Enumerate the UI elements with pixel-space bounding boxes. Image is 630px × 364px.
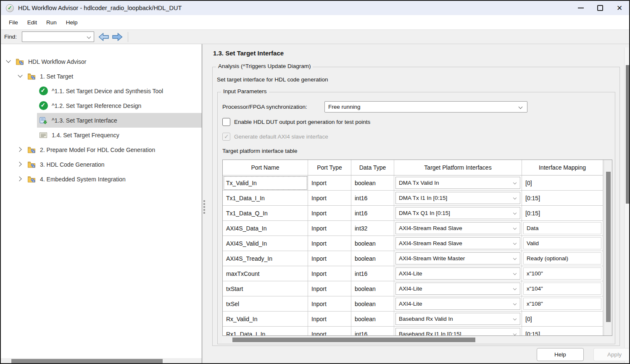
hdl-workflow-advisor-window: HDL Workflow Advisor - hdlcoder_radio_lo… [0,0,630,364]
chevron-down-icon [513,287,517,290]
port-name-cell[interactable]: Rx1_Data_I_In [223,327,308,336]
list-icon [39,131,48,140]
port-name-cell[interactable]: Tx1_Data_Q_In [223,206,308,221]
tree-item-4-embedded-system-integration[interactable]: 4. Embedded System Integration [1,172,202,186]
chevron-down-icon[interactable] [4,57,13,66]
chevron-down-icon [513,226,517,230]
panel-vscroll-thumb[interactable] [626,65,630,204]
find-toolbar: Find: [1,29,629,44]
chevron-down-icon[interactable] [16,72,25,81]
panel-splitter[interactable] [202,44,207,364]
table-row: Tx_Valid_InInportbooleanDMA Tx Valid In[… [223,175,612,191]
tree-horizontal-scrollbar[interactable] [1,358,202,364]
find-label: Find: [4,34,17,40]
table-row: Rx1_Data_I_InInportint16Baseband Rx I1 I… [223,327,612,336]
chevron-down-icon [513,211,517,215]
find-previous-button[interactable] [98,32,109,42]
tree-item--1-3-set-target-interface[interactable]: ^1.3. Set Target Interface [1,113,202,128]
target-platform-interface-select[interactable]: AXI4-Stream Read Slave [395,222,520,234]
tree-item-hdl-workflow-advisor[interactable]: HDL Workflow Advisor [1,54,202,69]
find-input[interactable] [24,32,83,41]
target-platform-interface-select[interactable]: AXI4-Lite [395,267,520,280]
port-name-cell[interactable]: maxTxCount [223,266,308,281]
port-name-cell[interactable]: Rx_Valid_In [223,312,308,327]
interface-mapping-field[interactable]: Data [523,222,601,234]
chevron-down-icon [513,196,517,199]
window-title: HDL Workflow Advisor - hdlcoder_radio_lo… [18,5,182,11]
tree-item-2-prepare-model-for-hdl-code-generation[interactable]: 2. Prepare Model For HDL Code Generation [1,142,202,157]
target-platform-interface-select[interactable]: AXI4-Lite [395,298,520,310]
port-name-cell[interactable]: Tx_Valid_In [223,175,308,191]
maximize-button[interactable] [590,1,610,15]
port-name-cell[interactable]: AXI4S_Data_In [223,221,308,236]
table-vertical-scrollbar[interactable] [604,160,612,336]
tree-scrollbar-thumb[interactable] [11,359,163,364]
target-platform-interface-select[interactable]: DMA Tx Q1 In [0:15] [395,207,520,219]
menu-edit[interactable]: Edit [23,17,42,28]
port-name-cell[interactable]: txSel [223,296,308,312]
axi4-slave-checkbox [222,133,230,141]
minimize-icon [578,8,584,8]
apply-button[interactable]: Apply [593,348,630,361]
find-combobox[interactable] [22,31,94,42]
interface-selected-value: DMA Tx Q1 In [0:15] [399,210,450,216]
chevron-right-icon[interactable] [16,145,25,155]
target-platform-interface-select[interactable]: DMA Tx I1 In [0:15] [395,192,520,204]
titlebar: HDL Workflow Advisor - hdlcoder_radio_lo… [1,1,629,15]
port-type-cell: Inport [308,312,351,327]
find-next-button[interactable] [111,32,123,42]
interface-mapping-field[interactable]: x"108" [523,298,601,310]
target-platform-interface-select[interactable]: AXI4-Stream Read Slave [395,237,520,249]
menu-help[interactable]: Help [61,17,82,28]
tree-item-1-4-set-target-frequency[interactable]: 1.4. Set Target Frequency [1,128,202,142]
data-type-cell: boolean [351,175,394,191]
tree-item-1-set-target[interactable]: 1. Set Target [1,69,202,84]
chevron-right-icon[interactable] [16,160,25,169]
table-horizontal-scrollbar[interactable] [222,337,612,343]
menu-run[interactable]: Run [42,17,61,28]
data-type-cell: boolean [351,251,394,266]
tree-item-label: 1. Set Target [40,73,73,80]
testpoints-checkbox[interactable] [222,118,230,126]
tree-item--1-2-set-target-reference-design[interactable]: ^1.2. Set Target Reference Design [1,98,202,113]
folder-icon [27,175,36,184]
column-header-port-type: Port Type [308,160,351,175]
column-header-data-type: Data Type [351,160,394,175]
target-platform-interface-cell: AXI4-Stream Write Master [394,251,522,266]
minimize-button[interactable] [571,1,590,15]
target-platform-interface-select[interactable]: Baseband Rx Valid In [395,313,520,325]
chevron-down-icon[interactable] [87,35,91,39]
port-name-cell[interactable]: Tx1_Data_I_In [223,191,308,206]
close-button[interactable] [610,1,629,15]
table-vscroll-thumb[interactable] [606,172,611,322]
interface-mapping-field[interactable]: Ready (optional) [523,252,601,264]
tree-item-3-hdl-code-generation[interactable]: 3. HDL Code Generation [1,157,202,172]
port-name-cell[interactable]: txStart [223,281,308,296]
chevron-down-icon [513,272,517,275]
folder-icon [27,72,36,81]
interface-mapping-field[interactable]: Valid [523,237,601,249]
target-platform-interface-select[interactable]: AXI4-Stream Write Master [395,252,520,264]
help-button[interactable]: Help [537,348,584,361]
arrow-left-icon [98,33,109,41]
port-name-cell[interactable]: AXI4S_Tready_In [223,251,308,266]
table-body: Tx_Valid_InInportbooleanDMA Tx Valid In[… [223,175,612,336]
menu-file[interactable]: File [4,17,23,28]
target-platform-interface-select[interactable]: AXI4-Lite [395,283,520,295]
port-name-cell[interactable]: AXI4S_Valid_In [223,236,308,251]
app-check-icon [6,4,14,12]
panel-vertical-scrollbar[interactable] [624,47,630,364]
interface-mapping-field[interactable]: x"100" [523,267,601,280]
tree-item--1-1-set-target-device-and-synthesis-tool[interactable]: ^1.1. Set Target Device and Synthesis To… [1,84,202,98]
target-platform-interface-cell: DMA Tx I1 In [0:15] [394,191,522,206]
target-platform-interface-select[interactable]: Baseband Rx I1 In [0:15] [395,328,520,336]
table-hscroll-thumb[interactable] [232,338,475,342]
table-row: maxTxCountInportint16AXI4-Litex"100" [223,266,612,281]
folder-icon [27,160,36,169]
chevron-right-icon[interactable] [16,175,25,184]
processor-fpga-sync-select[interactable]: Free running [324,101,527,113]
toolbar-separator [128,32,128,42]
interface-mapping-field[interactable]: x"104" [523,283,601,295]
target-platform-interface-select[interactable]: DMA Tx Valid In [395,177,520,189]
testpoints-checkbox-label: Enable HDL DUT output port generation fo… [234,119,370,125]
